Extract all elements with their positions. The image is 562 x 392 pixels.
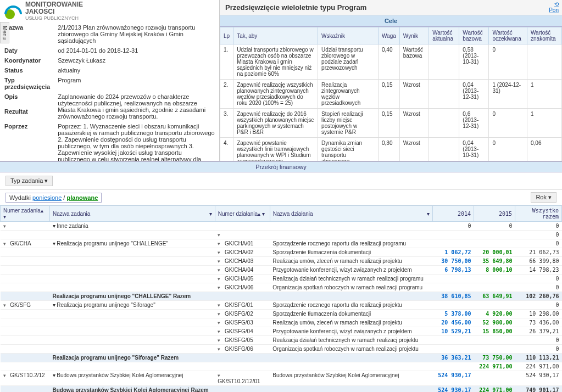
act-name: Przygotowanie konferencji, wizyt związan…	[270, 266, 432, 275]
tab-planowane[interactable]: planowane	[66, 194, 98, 201]
expand-icon[interactable]: ▾	[3, 303, 9, 308]
value-koord: Szewczyk Łukasz	[54, 56, 218, 65]
cele-cell-tak: Zapewnić powstanie wszystkich linii tram…	[233, 138, 318, 161]
task-num[interactable]: ▾ GK/ST10.2/12	[1, 371, 50, 386]
cele-cell-tak: Zapewnić realizację wszystkich planowany…	[233, 80, 318, 109]
col-ocz[interactable]: Wartość oczekiwana	[489, 27, 527, 44]
act-num[interactable]: ▾ GK/CHA/06	[215, 283, 270, 292]
act-name: Sporządzenie tłumaczenia dokumentacji	[270, 310, 432, 318]
table-row: 224 971,00224 971,00	[1, 362, 562, 371]
act-num[interactable]: ▾ GK/SFG/02	[215, 310, 270, 318]
cell: 0	[515, 336, 562, 345]
cell	[50, 283, 215, 292]
tabs-row: Wydatki poniesione / planowane Rok ▾	[0, 190, 562, 205]
cell	[1, 231, 50, 239]
act-num[interactable]: ▾ GK/SFG/03	[215, 318, 270, 327]
fcol-y2[interactable]: 2015	[474, 206, 515, 222]
expand[interactable]: ▾	[215, 231, 270, 239]
table-row: ▾ GK/CHA/06Organizacja spotkań roboczych…	[1, 283, 562, 292]
col-tak[interactable]: Tak, aby	[233, 27, 318, 44]
cele-cell-ocz: 1 (2024-12-31)	[489, 80, 527, 109]
cell: 20 000,01	[474, 248, 515, 257]
act-num[interactable]: ▾ GK/ST10.2/12/01	[215, 371, 270, 386]
label-rezultat: Rezultat	[1, 107, 53, 121]
cell: 749 901,17	[515, 386, 562, 393]
value-opis: Zaplanowanie do 2024 przewozów o charakt…	[54, 92, 218, 121]
expand-icon[interactable]: ▾	[3, 223, 9, 229]
filter-row: Typ zadania ▾	[0, 172, 562, 190]
cell: 63 649,91	[474, 292, 515, 301]
table-row: Realizacja programu unijnego "Siforage" …	[1, 354, 562, 362]
act-num[interactable]: ▾ GK/CHA/04	[215, 266, 270, 275]
fcol-y1[interactable]: 2014	[433, 206, 474, 222]
cell	[50, 362, 215, 371]
act-num[interactable]: ▾ GK/SFG/01	[215, 301, 270, 310]
cell	[474, 283, 515, 292]
tab-poniesione[interactable]: poniesione	[32, 194, 62, 201]
col-baz[interactable]: Wartość bazowa	[459, 27, 489, 44]
cell: 5 378,00	[433, 310, 474, 318]
cell: 102 260,76	[515, 292, 562, 301]
fcol-nd[interactable]: Numer działania▴ ▾	[215, 206, 270, 222]
expand-icon[interactable]: ▾	[3, 241, 9, 247]
act-num[interactable]: ▾ GK/SFG/06	[215, 345, 270, 354]
cell: 66 399,80	[515, 257, 562, 266]
cell	[474, 345, 515, 354]
cell: 0	[515, 231, 562, 239]
expand[interactable]: ▾	[1, 222, 50, 231]
task-num[interactable]: ▾ GK/SFG	[1, 301, 50, 310]
cell	[433, 362, 474, 371]
cell	[433, 301, 474, 310]
cell: 0	[515, 345, 562, 354]
act-name: Organizacja spotkań roboczych w ramach r…	[270, 345, 432, 354]
fcol-naz[interactable]: Nazwa zadania ▾	[50, 206, 215, 222]
cele-cell-wsk: Stopień realizacji liczby miejsc postojo…	[318, 109, 379, 138]
label-koord: Koordynator	[1, 56, 53, 65]
cele-header: Cele	[220, 15, 562, 27]
cell	[50, 257, 215, 266]
col-waga[interactable]: Waga	[379, 27, 400, 44]
cele-cell-zn: 0,06	[527, 138, 562, 161]
e	[1, 354, 50, 362]
cell: 15 850,00	[474, 327, 515, 336]
pon-link[interactable]: ⟲Pon	[549, 1, 559, 13]
col-lp[interactable]: Lp	[220, 27, 233, 44]
value-nazwa: 2/1/2013 Plan zrównoważonego rozwoju tra…	[54, 23, 218, 45]
col-akt[interactable]: Wartość aktualna	[429, 27, 459, 44]
col-wsk[interactable]: Wskaźnik	[318, 27, 379, 44]
task-num[interactable]: ▾ GK/CHA	[1, 239, 50, 248]
label-opis: Opis	[1, 92, 53, 106]
table-row: ▾ GK/CHA▾ Realizacja programu unijnego "…	[1, 239, 562, 248]
cell	[50, 310, 215, 318]
cell	[433, 345, 474, 354]
task-name: ▾ Realizacja programu unijnego "CHALLENG…	[50, 239, 215, 248]
cell: 524 930,17	[433, 371, 474, 386]
act-num[interactable]: ▾ GK/CHA/01	[215, 239, 270, 248]
cell: 0	[515, 301, 562, 310]
cele-cell-akt	[429, 80, 459, 109]
cele-cell-wynik: Wzrost	[399, 109, 429, 138]
top-bar: Menu MONITOROWANIE JAKOŚCI USŁUG PUBLICZ…	[0, 0, 562, 161]
cell	[1, 318, 50, 327]
rok-filter[interactable]: Rok ▾	[531, 192, 557, 203]
act-num[interactable]: ▾ GK/CHA/05	[215, 275, 270, 283]
cell	[1, 336, 50, 345]
fcol-nazd[interactable]: Nazwa działania ▾	[270, 206, 432, 222]
act-num[interactable]: ▾ GK/CHA/03	[215, 257, 270, 266]
act-num[interactable]: ▾ GK/SFG/04	[215, 327, 270, 336]
table-row: ▾▾ Inne zadania000	[1, 222, 562, 231]
cell	[433, 239, 474, 248]
col-zn[interactable]: Wartość znakomita	[527, 27, 562, 44]
fcol-all[interactable]: Wszystko razem	[515, 206, 562, 222]
cell: 8 000,10	[474, 266, 515, 275]
fcol-nz[interactable]: Numer zadania▴ ▾	[1, 206, 50, 222]
table-row: ▾ GK/SFG/05Realizacja działań techniczny…	[1, 336, 562, 345]
col-wynik[interactable]: Wynik	[399, 27, 429, 44]
act-name: Realizacja umów, zleceń w ramach realiza…	[270, 257, 432, 266]
logo-area: MONITOROWANIE JAKOŚCI USŁUG PUBLICZNYCH	[0, 0, 219, 22]
act-num[interactable]: ▾ GK/SFG/05	[215, 336, 270, 345]
typ-zadania-filter[interactable]: Typ zadania ▾	[5, 176, 53, 186]
details-table: Nazwa2/1/2013 Plan zrównoważonego rozwoj…	[0, 22, 219, 161]
side-menu-tab[interactable]: Menu	[0, 22, 9, 43]
act-num[interactable]: ▾ GK/CHA/02	[215, 248, 270, 257]
